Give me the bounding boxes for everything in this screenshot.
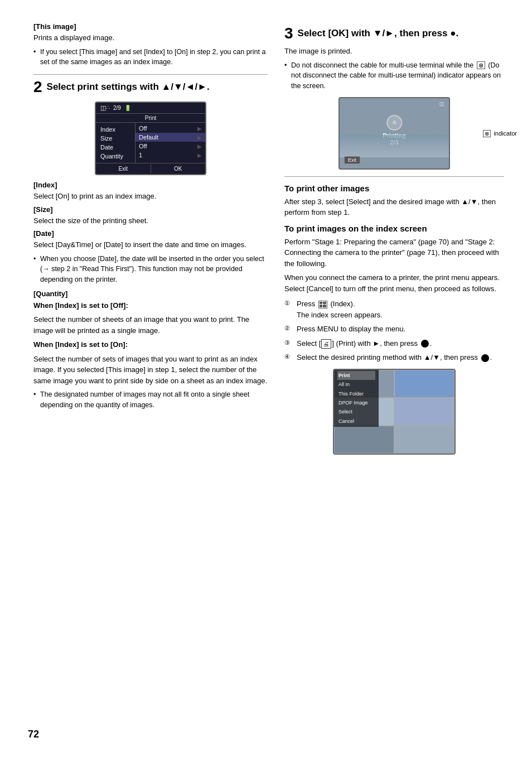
index-icon xyxy=(318,301,327,308)
camera-menu-top: ◫∴ 2/9 🔋 xyxy=(96,103,205,114)
print-icon: 🖨 xyxy=(321,339,331,349)
print-method-content: Print All In This Folder DPOF Image Sele… xyxy=(334,370,454,454)
to-print-index-heading: To print images on the index screen xyxy=(284,224,504,233)
this-image-bullets: If you select [This image] and set [Inde… xyxy=(33,47,268,68)
index-heading: [Index] xyxy=(33,181,268,189)
print-screen: ◫ ⊕ Printing 2/3 Exit xyxy=(338,97,450,170)
step-index-1: ① Press (Index). The index scr xyxy=(284,298,504,320)
to-print-other-heading: To print other images xyxy=(284,184,504,193)
img-cell-6 xyxy=(394,426,454,454)
step-num-2: ② xyxy=(284,324,293,335)
ok-button[interactable]: OK xyxy=(151,165,206,173)
quantity-off-desc: Select the number of sheets of an image … xyxy=(33,314,268,336)
date-desc: Select [Day&Time] or [Date] to insert th… xyxy=(33,239,268,250)
step-num-4: ④ xyxy=(284,352,293,363)
camera-menu-labels: Index Size Date Quantity xyxy=(96,123,135,163)
menu-index-value: Off ▶ xyxy=(136,124,205,133)
step-index-4: ④ Select the desired printing method wit… xyxy=(284,352,504,363)
step-content-2: Press MENU to display the menu. xyxy=(297,324,504,335)
step2-block: 2 Select print settings with ▲/▼/◄/►. ◫∴… xyxy=(33,81,268,175)
this-image-desc: Prints a displayed image. xyxy=(33,32,268,44)
numbered-steps: ① Press (Index). The index scr xyxy=(284,298,504,363)
step-num-1: ① xyxy=(284,298,293,320)
step3-desc: The image is printed. xyxy=(284,46,504,57)
no-disconnect-icon: ⊗ xyxy=(477,61,485,69)
exit-button[interactable]: Exit xyxy=(96,165,151,173)
camera-menu: ◫∴ 2/9 🔋 Print Index Size Date Quantity xyxy=(95,102,206,175)
menu-size-label: Size xyxy=(100,134,130,143)
date-bullet: When you choose [Date], the date will be… xyxy=(33,254,268,285)
this-image-heading: [This image] xyxy=(33,22,268,31)
print-method-overlay: Print All In This Folder DPOF Image Sele… xyxy=(334,370,379,427)
size-desc: Select the size of the printing sheet. xyxy=(33,215,268,226)
print-method-select: Select xyxy=(337,407,375,416)
step3-bullets: Do not disconnect the cable for multi-us… xyxy=(284,60,504,91)
quantity-bullets: The designated number of images may not … xyxy=(33,389,268,411)
step2-number: 2 xyxy=(33,79,42,95)
quantity-on-desc: Select the number of sets of images that… xyxy=(33,354,268,387)
size-section: [Size] Select the size of the printing s… xyxy=(33,205,268,226)
camera-mode-icon: ◫∴ xyxy=(100,104,110,112)
circle-button-icon-2 xyxy=(481,354,489,362)
press-text: Press xyxy=(297,300,317,308)
to-print-other-section: To print other images After step 3, sele… xyxy=(284,184,504,218)
quantity-when-off: When [Index] is set to [Off]: xyxy=(33,300,268,311)
quantity-when-on: When [Index] is set to [On]: xyxy=(33,339,268,350)
camera-counter: 2/9 xyxy=(113,105,121,111)
index-section: [Index] Select [On] to print as an index… xyxy=(33,181,268,202)
divider-1 xyxy=(33,74,268,75)
print-screen-wrapper: ◫ ⊕ Printing 2/3 Exit ⊗ indicator xyxy=(316,97,472,170)
camera-menu-values: Off ▶ Default ▶ Off ▶ 1 ▶ xyxy=(135,123,205,163)
step-content-1: Press (Index). The index screen appears. xyxy=(297,298,504,320)
to-print-other-desc: After step 3, select [Select] and the de… xyxy=(284,196,504,218)
menu-date-label: Date xyxy=(100,143,130,152)
usb-icon: ⊕ xyxy=(386,115,402,131)
circle-button-icon xyxy=(421,340,429,348)
print-method-screen: Print All In This Folder DPOF Image Sele… xyxy=(333,369,456,455)
print-screen-top: ◫ xyxy=(439,100,444,107)
print-bg xyxy=(340,135,449,157)
print-method-all-in: All In xyxy=(337,380,375,389)
camera-top-icons: ◫∴ 2/9 🔋 xyxy=(100,104,131,112)
quantity-section: [Quantity] When [Index] is set to [Off]:… xyxy=(33,290,268,411)
print-method-cancel: Cancel xyxy=(337,417,375,426)
page-number: 72 xyxy=(28,729,39,740)
step3-bullet: Do not disconnect the cable for multi-us… xyxy=(284,60,504,91)
step2-title: Select print settings with ▲/▼/◄/►. xyxy=(47,81,210,93)
step-content-3: Select [🖨] (Print) with ►, then press . xyxy=(297,338,504,349)
index-screen-text: The index screen appears. xyxy=(297,311,383,319)
step3-block: 3 Select [OK] with ▼/►, then press ●. Th… xyxy=(284,28,504,91)
to-print-index-desc1: Perform "Stage 1: Preparing the camera" … xyxy=(284,237,504,269)
index-desc: Select [On] to print as an index image. xyxy=(33,191,268,202)
quantity-bullet: The designated number of images may not … xyxy=(33,389,268,411)
step-index-2: ② Press MENU to display the menu. xyxy=(284,324,504,335)
this-image-bullet: If you select [This image] and set [Inde… xyxy=(33,47,268,68)
step3-title: Select [OK] with ▼/►, then press ●. xyxy=(298,28,459,39)
img-cell-5 xyxy=(334,426,394,454)
to-print-index-section: To print images on the index screen Perf… xyxy=(284,224,504,455)
print-method-this-folder: This Folder xyxy=(337,389,375,398)
right-column: 3 Select [OK] with ▼/►, then press ●. Th… xyxy=(284,22,504,460)
to-print-index-desc2: When you connect the camera to a printer… xyxy=(284,272,504,294)
print-screen-exit[interactable]: Exit xyxy=(344,156,360,164)
size-heading: [Size] xyxy=(33,205,268,214)
img-cell-4 xyxy=(394,398,454,426)
camera-menu-body: Index Size Date Quantity Off ▶ Default ▶… xyxy=(96,123,205,163)
menu-quantity-value: 1 ▶ xyxy=(136,151,205,160)
print-label: Print xyxy=(96,114,205,123)
date-heading: [Date] xyxy=(33,229,268,238)
step-content-4: Select the desired printing method with … xyxy=(297,352,504,363)
menu-size-value: Default ▶ xyxy=(136,133,205,142)
print-method-dpof: DPOF Image xyxy=(337,398,375,407)
quantity-heading: [Quantity] xyxy=(33,290,268,298)
this-image-section: [This image] Prints a displayed image. I… xyxy=(33,22,268,67)
indicator-label: ⊗ indicator xyxy=(483,130,517,137)
print-mode-icon: ◫ xyxy=(439,101,444,107)
date-section: [Date] Select [Day&Time] or [Date] to in… xyxy=(33,229,268,285)
menu-index-label: Index xyxy=(100,125,130,134)
date-bullets: When you choose [Date], the date will be… xyxy=(33,254,268,285)
step3-number: 3 xyxy=(284,26,293,41)
index-text: (Index). xyxy=(330,300,355,308)
left-column: [This image] Prints a displayed image. I… xyxy=(33,22,268,460)
page: [This image] Prints a displayed image. I… xyxy=(0,0,532,757)
